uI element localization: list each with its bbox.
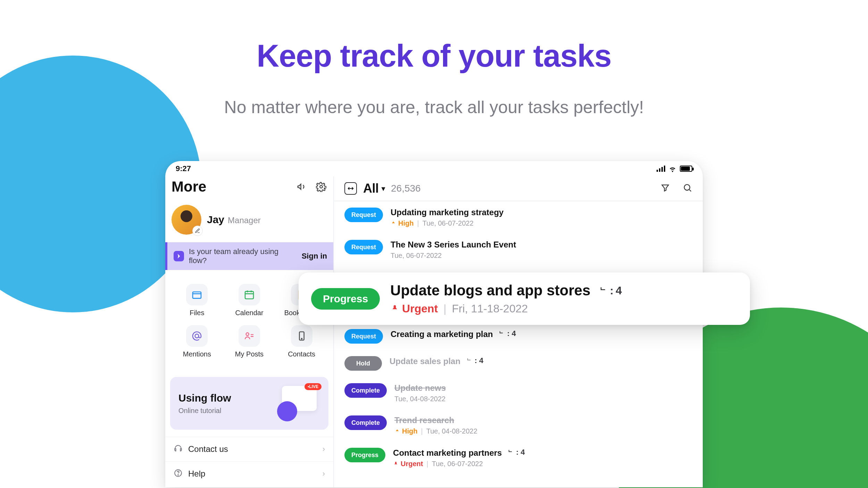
help-icon xyxy=(174,469,183,479)
status-pill: Progress xyxy=(311,288,380,310)
status-pill: Progress xyxy=(344,448,385,462)
grid-item-myposts[interactable]: My Posts xyxy=(224,325,275,358)
phone-icon xyxy=(291,325,312,347)
filter-icon[interactable] xyxy=(660,183,670,194)
chevron-right-icon: › xyxy=(323,445,325,454)
grid-label: My Posts xyxy=(235,350,264,358)
task-meta: High | Tue, 04-08-2022 xyxy=(394,427,477,435)
page-title: Keep track of your tasks xyxy=(0,38,868,74)
avatar-edit-button[interactable] xyxy=(192,226,203,236)
page-subtitle: No matter where you are, track all your … xyxy=(0,97,868,117)
tutorial-card[interactable]: Using flow Online tutorial •LIVE xyxy=(170,377,328,430)
svg-rect-1 xyxy=(193,292,201,298)
task-date: Tue, 04-08-2022 xyxy=(394,395,445,403)
svg-point-6 xyxy=(301,338,302,339)
task-title: Creating a marketing plan : 4 xyxy=(391,329,516,339)
caret-down-icon: ▾ xyxy=(382,184,385,193)
priority-high-badge: High xyxy=(394,427,417,435)
flow-badge-icon xyxy=(174,251,184,261)
grid-item-contacts[interactable]: Contacts xyxy=(276,325,327,358)
status-pill: Request xyxy=(344,208,383,222)
task-date: Tue, 04-08-2022 xyxy=(426,427,477,435)
svg-point-8 xyxy=(178,475,178,476)
banner-signin-link[interactable]: Sign in xyxy=(302,252,327,261)
subtask-count-badge: : 4 xyxy=(598,284,622,297)
task-meta: High | Tue, 06-07-2022 xyxy=(391,219,503,227)
left-pane-title: More xyxy=(172,178,296,195)
task-row[interactable]: Request The New 3 Series Launch Event Tu… xyxy=(334,234,703,266)
task-title: The New 3 Series Launch Event xyxy=(391,240,516,250)
tutorial-title: Using flow xyxy=(178,392,278,404)
subtask-count-badge: : 4 xyxy=(507,448,525,457)
expand-toggle-button[interactable] xyxy=(344,182,357,195)
task-meta: Tue, 04-08-2022 xyxy=(394,395,446,403)
user-role: Manager xyxy=(228,216,261,225)
pencil-icon xyxy=(195,228,200,234)
task-title: Updating marketing strategy xyxy=(391,208,503,217)
task-row[interactable]: Progress Contact marketing partners : 4 xyxy=(334,441,703,474)
task-row[interactable]: Hold Update sales plan : 4 xyxy=(334,350,703,377)
team-signin-banner[interactable]: Is your team already using flow? Sign in xyxy=(165,242,333,270)
grid-label: Mentions xyxy=(183,350,211,358)
priority-urgent-badge: Urgent xyxy=(393,460,423,468)
task-title: Update news xyxy=(394,383,446,393)
menu-help[interactable]: Help › xyxy=(165,461,333,486)
gear-icon[interactable] xyxy=(315,181,327,193)
megaphone-icon[interactable] xyxy=(296,181,308,193)
task-row[interactable]: Request Updating marketing strategy High… xyxy=(334,201,703,234)
filter-label: All xyxy=(363,181,379,196)
task-date: Tue, 06-07-2022 xyxy=(391,252,442,260)
search-icon[interactable] xyxy=(683,183,692,194)
priority-high-badge: High xyxy=(391,219,414,227)
expand-icon xyxy=(347,185,354,192)
user-list-icon xyxy=(239,325,260,347)
grid-label: Contacts xyxy=(288,350,315,358)
task-row[interactable]: Complete Trend research High | Tue, 04-0… xyxy=(334,409,703,441)
chevron-right-icon: › xyxy=(323,469,325,478)
task-row[interactable]: Complete Update news Tue, 04-08-2022 xyxy=(334,377,703,409)
at-icon xyxy=(186,325,208,347)
status-pill: Complete xyxy=(344,383,387,398)
task-count: 26,536 xyxy=(391,183,421,194)
subtask-count-badge: : 4 xyxy=(466,356,484,365)
grid-label: Calendar xyxy=(235,309,263,317)
grid-label: Files xyxy=(190,309,204,317)
files-icon xyxy=(186,284,208,305)
status-time: 9:27 xyxy=(176,164,191,173)
battery-icon xyxy=(680,166,692,172)
tutorial-subtitle: Online tutorial xyxy=(178,407,278,415)
status-pill: Request xyxy=(344,329,383,344)
grid-item-files[interactable]: Files xyxy=(171,284,223,317)
banner-text: Is your team already using flow? xyxy=(189,247,297,265)
left-pane: More Jay xyxy=(165,176,334,487)
svg-point-4 xyxy=(246,333,249,336)
task-list: Request Updating marketing strategy High… xyxy=(334,201,703,474)
grid-item-mentions[interactable]: Mentions xyxy=(171,325,223,358)
menu-label: Contact us xyxy=(188,444,317,454)
menu-contact-us[interactable]: Contact us › xyxy=(165,437,333,461)
task-date: Fri, 11-18-2022 xyxy=(452,302,528,315)
task-row[interactable]: Request Creating a marketing plan : 4 xyxy=(334,323,703,350)
task-meta: Urgent | Fri, 11-18-2022 xyxy=(390,302,622,315)
status-pill: Complete xyxy=(344,415,387,430)
task-title: Contact marketing partners : 4 xyxy=(393,448,525,458)
task-date: Tue, 06-07-2022 xyxy=(423,219,474,227)
user-name: Jay xyxy=(207,214,224,226)
filter-dropdown[interactable]: All ▾ xyxy=(363,181,385,196)
cellular-icon xyxy=(657,166,665,172)
highlighted-task-card[interactable]: Progress Update blogs and app stores : 4… xyxy=(299,272,750,325)
svg-point-0 xyxy=(320,185,323,188)
svg-point-9 xyxy=(684,185,690,190)
task-date: Tue, 06-07-2022 xyxy=(432,460,483,468)
status-pill: Request xyxy=(344,240,383,254)
status-indicators xyxy=(657,165,692,173)
subtask-count-badge: : 4 xyxy=(498,329,516,338)
menu-label: Help xyxy=(188,469,317,479)
task-title: Trend research xyxy=(394,415,477,425)
grid-item-calendar[interactable]: Calendar xyxy=(224,284,275,317)
tutorial-illustration: •LIVE xyxy=(278,386,320,421)
right-pane: All ▾ 26,536 Request Updating mar xyxy=(334,176,703,487)
priority-urgent-badge: Urgent xyxy=(390,302,438,315)
task-meta: Tue, 06-07-2022 xyxy=(391,252,516,260)
user-profile[interactable]: Jay Manager xyxy=(165,201,333,242)
